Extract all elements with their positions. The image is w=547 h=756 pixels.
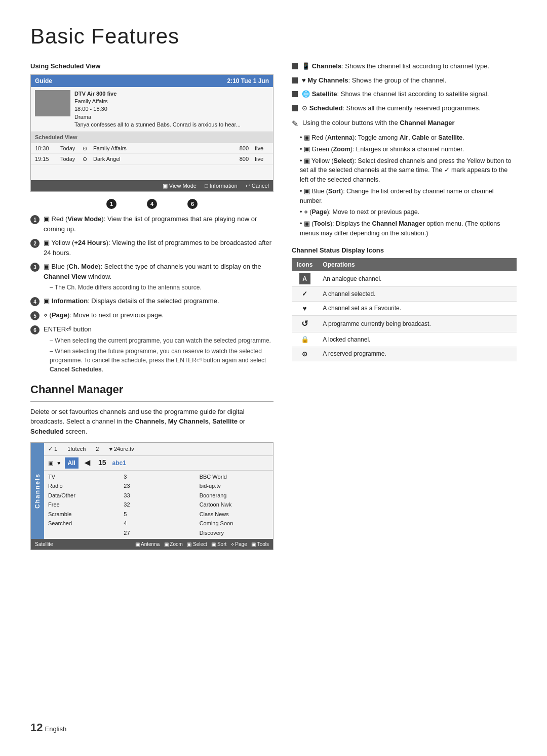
list-item-4: 4 ▣ Information: Displays details of the… [30, 296, 274, 306]
cm-all-label: All [65, 457, 79, 469]
memo-text: Using the colour buttons with the Channe… [302, 118, 455, 130]
cm-24oretv: ♥ 24ore.tv [109, 445, 134, 453]
list-item-2: 2 ▣ Yellow (+24 Hours): Viewing the list… [30, 238, 274, 258]
cm-main: ✓ 1 1futech 2 ♥ 24ore.tv ▣ ♥ All ◀ 15 ab… [44, 443, 273, 539]
status-row-selected: ✓ A channel selected. [292, 287, 517, 302]
bullet-sq-scheduled [292, 105, 298, 111]
bullet-satellite-content: 🌐 Satellite: Shows the channel list acco… [302, 89, 517, 99]
guide-row-1: 18:30 Today ⊙ Family Affairs 800 five [31, 143, 273, 154]
list-item-6-sub2: When selecting the future programme, you… [50, 347, 274, 374]
cm-check1: ✓ 1 [48, 445, 57, 453]
list-item-6-sub1: When selecting the current programme, yo… [50, 336, 274, 345]
guide-info: DTV Air 800 five Family Affairs 18:00 - … [74, 90, 241, 129]
guide-description: Tanya confesses all to a stunned Babs. C… [74, 121, 241, 129]
guide-time-range: 18:00 - 18:30 [74, 105, 241, 113]
sub-bullet-sort: ▣ Blue (Sort): Change the list ordered b… [300, 187, 517, 206]
right-bullet-list: 📱 Channels: Shows the channel list accor… [292, 61, 517, 113]
cm-item-free: Free [48, 500, 118, 510]
guide-row1-time: 18:30 [35, 144, 54, 153]
bullet-channels: 📱 Channels: Shows the channel list accor… [292, 61, 517, 71]
guide-circles: 1 4 6 [30, 199, 274, 209]
cm-abc1: abc1 [112, 458, 126, 468]
cm-comingsoon: Coming Soon [200, 519, 269, 528]
status-col-operations: Operations [318, 258, 517, 271]
status-op-favourite: A channel set as a Favourite. [318, 301, 517, 316]
cm-1futech: 1futech [67, 445, 86, 453]
status-icon-reserved: ⊙ [292, 347, 318, 361]
guide-thumbnail [35, 90, 70, 116]
bullet-scheduled: ⊙ Scheduled: Shows all the currently res… [292, 103, 517, 113]
guide-row2-ch: 800 [233, 155, 249, 163]
cm-footer: Satellite ▣ Antenna ▣ Zoom ▣ Select ▣ So… [31, 539, 273, 550]
page-footer: 12English [30, 719, 66, 736]
guide-row2-time: 19:15 [35, 155, 54, 163]
cm-icons-row: ▣ ♥ All ◀ 15 abc1 [44, 456, 273, 471]
cm-item-data: Data/Other [48, 491, 118, 500]
right-column: 📱 Channels: Shows the channel list accor… [292, 61, 517, 552]
num-circle-1: 1 [30, 215, 40, 224]
sub-bullet-list: ▣ Red (Antenna): Toggle among Air, Cable… [300, 133, 517, 238]
list-item-5-content: ⋄ (Page): Move to next or previous page. [44, 310, 274, 320]
bullet-mychannels-content: ♥ My Channels: Shows the group of the ch… [302, 75, 517, 86]
list-item-3: 3 ▣ Blue (Ch. Mode): Select the type of … [30, 262, 274, 292]
guide-header: Guide 2:10 Tue 1 Jun [31, 75, 273, 87]
cm-col-left: TV Radio Data/Other Free Scramble Search… [44, 471, 122, 539]
status-row-analogue: A An analogue channel. [292, 271, 517, 287]
status-op-reserved: A reserved programme. [318, 347, 517, 361]
status-row-locked: 🔒 A locked channel. [292, 332, 517, 347]
list-item-1: 1 ▣ Red (View Mode): View the list of pr… [30, 214, 274, 234]
cm-top-row: ✓ 1 1futech 2 ♥ 24ore.tv [44, 443, 273, 456]
guide-footer: ▣ View Mode □ Information ↩ Cancel [31, 180, 273, 192]
channel-manager-ui: Channels ✓ 1 1futech 2 ♥ 24ore.tv ▣ ♥ Al… [30, 442, 274, 550]
status-row-favourite: ♥ A channel set as a Favourite. [292, 301, 517, 316]
list-item-4-content: ▣ Information: Displays details of the s… [44, 296, 274, 306]
sub-bullet-antenna: ▣ Red (Antenna): Toggle among Air, Cable… [300, 133, 517, 143]
left-column: Using Scheduled View Guide 2:10 Tue 1 Ju… [30, 61, 274, 552]
cm-discovery: Discovery [200, 528, 269, 538]
guide-row2-day: Today [60, 155, 76, 163]
guide-program-name: DTV Air 800 five [74, 90, 241, 98]
sub-bullet-page: ⋄ (Page): Move to next or previous page. [300, 207, 517, 217]
cm-item-radio: Radio [48, 481, 118, 491]
cm-col-nums: 3 23 33 32 5 4 27 [122, 471, 195, 539]
list-item-3-content: ▣ Blue (Ch. Mode): Select the type of ch… [44, 262, 274, 292]
status-icon-lock: 🔒 [292, 332, 318, 347]
num-circle-5: 5 [30, 311, 40, 320]
cm-boonerang: Boonerang [200, 491, 269, 500]
cm-classnews: Class News [200, 510, 269, 519]
guide-row1-program: Family Affairs [93, 144, 227, 153]
cm-footer-controls: ▣ Antenna ▣ Zoom ▣ Select ▣ Sort ⋄ Page … [135, 540, 269, 548]
circle-1: 1 [106, 199, 116, 209]
cm-arrow: ◀ [85, 457, 90, 468]
circle-4: 4 [147, 199, 157, 209]
cm-icon-2: ♥ [57, 459, 61, 468]
guide-box: Guide 2:10 Tue 1 Jun DTV Air 800 five Fa… [30, 74, 274, 192]
status-op-analogue: An analogue channel. [318, 271, 517, 287]
cm-2: 2 [96, 445, 99, 453]
cm-num-15: 15 [98, 457, 106, 468]
guide-row-2: 19:15 Today ⊙ Dark Angel 800 five [31, 154, 273, 165]
status-op-selected: A channel selected. [318, 287, 517, 302]
status-row-reserved: ⊙ A reserved programme. [292, 347, 517, 361]
bullet-sq-satellite [292, 91, 298, 97]
num-circle-2: 2 [30, 239, 40, 248]
list-item-5: 5 ⋄ (Page): Move to next or previous pag… [30, 310, 274, 320]
bullet-channels-content: 📱 Channels: Shows the channel list accor… [302, 61, 517, 71]
status-icon-broadcast: ↺ [292, 316, 318, 332]
list-item-3-sub: The Ch. Mode differs according to the an… [50, 283, 274, 292]
guide-content: DTV Air 800 five Family Affairs 18:00 - … [31, 87, 273, 133]
cm-bbc: BBC World [200, 472, 269, 482]
cm-item-scramble: Scramble [48, 510, 118, 519]
guide-footer-info: □ Information [205, 182, 238, 190]
status-table-header-row: Icons Operations [292, 258, 517, 271]
guide-genre: Drama [74, 113, 241, 121]
sub-bullet-zoom: ▣ Green (Zoom): Enlarges or shrinks a ch… [300, 145, 517, 154]
status-icon-a: A [292, 271, 318, 287]
guide-row1-ch: 800 [233, 144, 249, 153]
cm-satellite-label: Satellite [35, 540, 53, 548]
bullet-mychannels: ♥ My Channels: Shows the group of the ch… [292, 75, 517, 86]
status-row-broadcast: ↺ A programme currently being broadcast. [292, 316, 517, 332]
bullet-sq-channels [292, 63, 298, 69]
list-item-6: 6 ENTER⏎ button When selecting the curre… [30, 324, 274, 374]
guide-row1-day: Today [60, 144, 76, 153]
